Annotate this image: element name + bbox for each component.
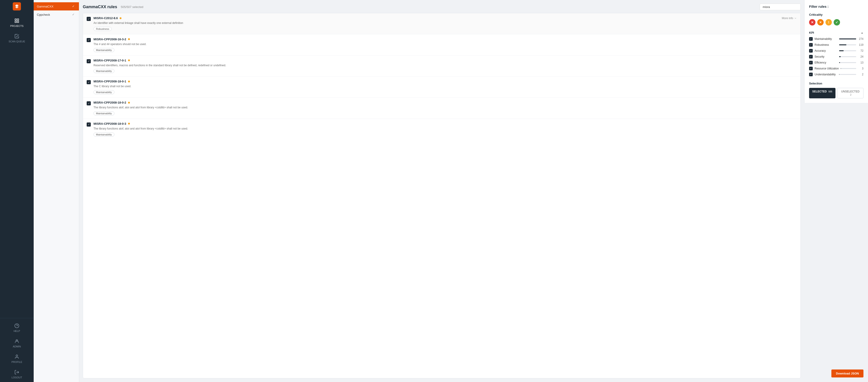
rule-description: An identifier with external linkage shal… [93, 21, 797, 25]
rule-checkbox[interactable] [87, 122, 91, 126]
kpi-item-efficiency: Efficiency 13 [809, 61, 863, 64]
kpi-bar-container [839, 56, 856, 57]
sidebar-item-admin[interactable]: ADMIN [0, 335, 34, 351]
app-logo[interactable] [13, 2, 21, 10]
rule-checkbox[interactable] [87, 59, 91, 63]
svg-rect-1 [17, 19, 19, 20]
rule-checkbox[interactable] [87, 80, 91, 84]
kpi-checkbox[interactable] [809, 55, 813, 59]
kpi-bar [839, 45, 846, 45]
sidebar-item-profile[interactable]: PROFILE [0, 351, 34, 366]
unselected-button[interactable]: UNSELECTED 2 [837, 88, 864, 98]
project-item-cppcheck[interactable]: Cppcheck ✓ [34, 10, 79, 19]
rule-tag: Maintainability [93, 111, 115, 115]
criticality-low-icon[interactable]: ✓ [834, 19, 840, 26]
rule-body: MISRA-C2012-8.6 More info An identifier … [93, 17, 797, 31]
download-json-button[interactable]: Download JSON [831, 370, 863, 377]
rule-name-row: MISRA-CPP2008-18-0-2 [93, 101, 797, 104]
severity-dot [128, 81, 130, 82]
criticality-medium-icon[interactable]: ! [826, 19, 832, 26]
kpi-item-resource-utilization: Resource Utilization 3 [809, 67, 863, 70]
rule-checkbox[interactable] [87, 17, 91, 21]
kpi-checkbox[interactable] [809, 72, 813, 76]
rules-search-input[interactable] [760, 4, 801, 10]
criticality-high-icon[interactable]: ✕ [817, 19, 824, 26]
rule-description: The # and ## operators should not be use… [93, 42, 797, 46]
rule-tag: Maintainability [93, 133, 115, 137]
rules-header: GammaCXX rules 505/507 selected [83, 4, 801, 10]
kpi-bar-container [839, 74, 856, 75]
kpi-checkbox[interactable] [809, 67, 813, 70]
kpi-label: Accuracy [814, 49, 837, 52]
severity-dot [128, 102, 130, 104]
svg-rect-0 [15, 19, 17, 20]
rule-tag: Maintainability [93, 48, 115, 52]
sidebar-item-logout[interactable]: LOGOUT [0, 366, 34, 382]
kpi-count: 72 [858, 49, 863, 52]
rule-item: MISRA-CPP2008-16-3-2 The # and ## operat… [83, 34, 801, 56]
kpi-label: Resource Utilization [814, 67, 839, 70]
kpi-bar-container [839, 45, 856, 45]
rule-name-row: MISRA-CPP2008-18-0-3 [93, 122, 797, 125]
sidebar-item-label: PROJECTS [10, 25, 24, 27]
rule-item: MISRA-CPP2008-18-0-2 The library functio… [83, 98, 801, 119]
kpi-collapse-icon[interactable]: ▲ [861, 31, 863, 34]
sidebar-bottom: HELP ADMIN PROFILE LOGOUT [0, 318, 34, 382]
rule-name: MISRA-CPP2008-18-0-3 [93, 122, 126, 125]
rule-name-row: MISRA-CPP2008-18-0-1 [93, 80, 797, 83]
sidebar-item-scan-queue[interactable]: SCAN QUEUE [0, 30, 34, 46]
rule-description: The library functions atof, atoi and ato… [93, 106, 797, 110]
rule-name: MISRA-CPP2008-17-0-1 [93, 59, 126, 62]
selected-label: SELECTED [812, 90, 827, 93]
sidebar-nav: PROJECTS SCAN QUEUE [0, 15, 34, 318]
project-name: GammaCXX [37, 5, 54, 8]
project-item-gammacxx[interactable]: GammaCXX ✓ [34, 2, 79, 10]
rule-body: MISRA-CPP2008-16-3-2 The # and ## operat… [93, 37, 797, 52]
kpi-checkbox[interactable] [809, 37, 813, 41]
kpi-count: 2 [858, 73, 863, 76]
kpi-item-robustness: Robustness 119 [809, 43, 863, 47]
svg-rect-2 [15, 21, 17, 23]
rule-name-row: MISRA-CPP2008-16-3-2 [93, 37, 797, 41]
svg-rect-3 [17, 21, 19, 23]
rule-name: MISRA-CPP2008-18-0-1 [93, 80, 126, 83]
selection-title: Selection [809, 82, 863, 85]
rule-name: MISRA-C2012-8.6 [93, 17, 118, 20]
kpi-section: KPI ▲ Maintainability 274 Robustness 119 [809, 31, 863, 76]
sidebar: PROJECTS SCAN QUEUE HELP ADMIN PROFIL [0, 0, 34, 382]
more-info-button[interactable]: More info [782, 17, 797, 20]
kpi-label: Maintainability [814, 37, 837, 40]
kpi-bar-container [839, 50, 856, 51]
kpi-checkbox[interactable] [809, 61, 813, 64]
rule-checkbox[interactable] [87, 101, 91, 106]
kpi-count: 119 [858, 43, 863, 47]
sidebar-item-label: PROFILE [11, 361, 22, 363]
severity-dot [128, 59, 130, 61]
rules-list-container: GammaCXX rules 505/507 selected MISRA-C2… [79, 0, 804, 382]
rule-item: MISRA-CPP2008-18-0-3 The library functio… [83, 119, 801, 140]
sidebar-item-projects[interactable]: PROJECTS [0, 15, 34, 30]
rule-body: MISRA-CPP2008-18-0-1 The C library shall… [93, 80, 797, 94]
rule-checkbox[interactable] [87, 38, 91, 42]
severity-dot [128, 38, 130, 40]
sidebar-item-help[interactable]: HELP [0, 320, 34, 335]
rules-list: MISRA-C2012-8.6 More info An identifier … [83, 13, 801, 378]
kpi-checkbox[interactable] [809, 49, 813, 53]
rule-item: MISRA-CPP2008-18-0-1 The C library shall… [83, 77, 801, 98]
kpi-label: Robustness [814, 43, 837, 47]
kpi-checkbox[interactable] [809, 43, 813, 47]
rules-title: GammaCXX rules [83, 5, 117, 9]
kpi-label: Understandability [814, 73, 837, 76]
criticality-critical-icon[interactable]: ✕ [809, 19, 815, 26]
rule-tag: Robustness [93, 27, 112, 31]
kpi-bar-container [839, 62, 856, 63]
project-panel: GammaCXX ✓ Cppcheck ✓ [34, 0, 79, 382]
rule-name-row: MISRA-C2012-8.6 More info [93, 17, 797, 20]
sidebar-item-label: SCAN QUEUE [9, 40, 25, 43]
kpi-count: 274 [858, 37, 863, 40]
selected-button[interactable]: SELECTED 505 [809, 88, 835, 98]
rule-body: MISRA-CPP2008-17-0-1 Reserved identifier… [93, 59, 797, 73]
criticality-icons: ✕ ✕ ! ✓ [809, 19, 863, 26]
svg-point-7 [16, 355, 18, 356]
kpi-count: 13 [858, 61, 863, 64]
